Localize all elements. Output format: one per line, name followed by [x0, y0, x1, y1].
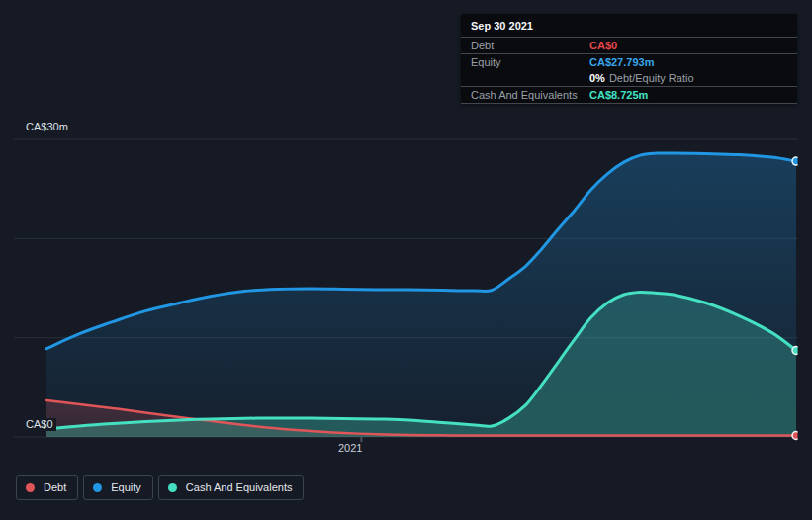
legend-equity-label: Equity	[111, 481, 141, 493]
tooltip-ratio-value: 0%	[589, 72, 605, 84]
chart-legend: Debt Equity Cash And Equivalents	[16, 475, 304, 500]
legend-debt-label: Debt	[44, 481, 66, 493]
equity-endpoint-marker[interactable]	[792, 157, 800, 165]
equity-dot-icon	[93, 483, 102, 492]
debt-equity-history-panel: CA$30m CA$0 2021 Sep 30 2021 Debt CA$0 E…	[0, 0, 812, 520]
tooltip-date: Sep 30 2021	[461, 14, 797, 38]
tooltip-equity-value: CA$27.793m	[589, 56, 654, 68]
legend-item-cash[interactable]: Cash And Equivalents	[158, 475, 305, 500]
x-axis-label-2021: 2021	[338, 442, 362, 454]
legend-item-equity[interactable]: Equity	[83, 475, 153, 500]
chart-tooltip: Sep 30 2021 Debt CA$0 Equity CA$27.793m …	[461, 14, 797, 104]
y-axis-label-zero: CA$0	[26, 418, 56, 431]
tooltip-ratio-text: Debt/Equity Ratio	[609, 72, 694, 84]
cash-endpoint-marker[interactable]	[792, 347, 800, 355]
legend-item-debt[interactable]: Debt	[16, 475, 78, 500]
cash-dot-icon	[168, 483, 177, 492]
tooltip-debt-value: CA$0	[589, 40, 617, 51]
legend-cash-label: Cash And Equivalents	[186, 481, 293, 493]
y-axis-label-max: CA$30m	[26, 121, 68, 132]
debt-dot-icon	[26, 483, 35, 492]
tooltip-debt-label: Debt	[471, 40, 589, 51]
tooltip-equity-label: Equity	[471, 56, 589, 68]
tooltip-row-ratio: 0%Debt/Equity Ratio	[461, 70, 797, 87]
tooltip-cash-label: Cash And Equivalents	[471, 89, 589, 101]
debt-endpoint-marker[interactable]	[792, 432, 800, 440]
tooltip-row-equity: Equity CA$27.793m	[461, 54, 797, 70]
tooltip-row-debt: Debt CA$0	[461, 38, 797, 54]
tooltip-cash-value: CA$8.725m	[589, 89, 648, 101]
tooltip-row-cash: Cash And Equivalents CA$8.725m	[461, 87, 797, 104]
